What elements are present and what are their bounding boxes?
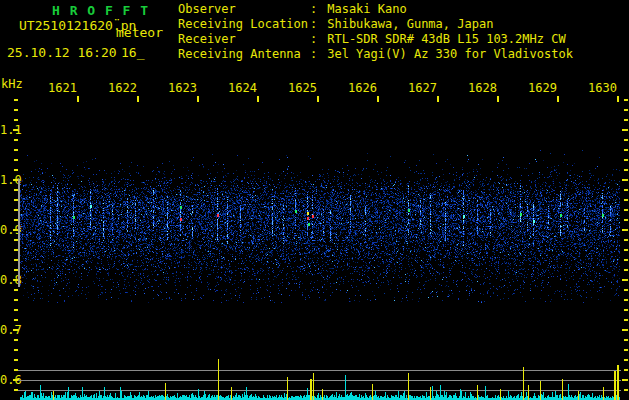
datetime-display: 25.10.12 16:20: [7, 45, 117, 60]
freq-tick-right: [624, 249, 628, 251]
freq-tick-left: [14, 339, 18, 341]
freq-tick-left: [14, 289, 18, 291]
time-label: 1630: [587, 81, 617, 95]
time-label: 1623: [167, 81, 197, 95]
freq-tick-left: [14, 149, 18, 151]
freq-tick-right: [624, 389, 628, 391]
freq-tick-right: [624, 209, 628, 211]
freq-tick-left: [14, 349, 18, 351]
freq-tick-right: [624, 319, 628, 321]
freq-tick-right: [624, 169, 628, 171]
freq-tick-left: [14, 119, 18, 121]
info-row: Receiving Antenna: 3el Yagi(V) Az 330 fo…: [178, 47, 573, 61]
info-value: Shibukawa, Gunma, Japan: [320, 17, 493, 31]
freq-tick-right: [624, 309, 628, 311]
info-label: Receiver: [178, 32, 310, 46]
info-label: Receiving Antenna: [178, 47, 310, 61]
time-label: 1627: [407, 81, 437, 95]
freq-tick-right: [622, 279, 628, 281]
freq-tick-left: [14, 99, 18, 101]
freq-tick-left: [14, 299, 18, 301]
freq-tick-right: [624, 349, 628, 351]
info-label: Receiving Location: [178, 17, 310, 31]
freq-tick-right: [624, 239, 628, 241]
freq-tick-right: [622, 129, 628, 131]
time-label: 1622: [107, 81, 137, 95]
time-label: 1621: [47, 81, 77, 95]
info-value: Masaki Kano: [320, 2, 407, 16]
freq-tick-right: [622, 229, 628, 231]
freq-tick-right: [624, 159, 628, 161]
freq-tick-left: [14, 139, 18, 141]
freq-tick-left: [14, 109, 18, 111]
time-tick: [377, 96, 379, 102]
freq-tick-right: [624, 139, 628, 141]
time-tick: [257, 96, 259, 102]
time-label: 1625: [287, 81, 317, 95]
freq-tick-right: [624, 149, 628, 151]
app-title: H R O F F T: [52, 3, 149, 18]
hrofft-screen: H R O F F T UT2510121620.pn ¨ meteor 25.…: [0, 0, 629, 400]
freq-axis-unit: kHz: [1, 77, 23, 92]
info-colon: :: [310, 32, 320, 46]
freq-tick-right: [624, 99, 628, 101]
freq-tick-left: [13, 129, 19, 131]
freq-label: 1.1: [0, 123, 24, 137]
freq-tick-right: [624, 219, 628, 221]
time-tick: [137, 96, 139, 102]
time-tick: [437, 96, 439, 102]
info-value: 3el Yagi(V) Az 330 for Vladivostok: [320, 47, 573, 61]
freq-tick-left: [14, 359, 18, 361]
info-colon: :: [310, 17, 320, 31]
freq-tick-right: [624, 109, 628, 111]
freq-tick-right: [624, 199, 628, 201]
time-tick: [497, 96, 499, 102]
freq-tick-left: [14, 319, 18, 321]
info-row: Receiver: RTL-SDR SDR# 43dB L15 103.2MHz…: [178, 32, 566, 46]
time-label: 1628: [467, 81, 497, 95]
freq-tick-right: [624, 189, 628, 191]
info-colon: :: [310, 47, 320, 61]
freq-tick-right: [624, 259, 628, 261]
freq-tick-right: [624, 299, 628, 301]
freq-tick-right: [624, 369, 628, 371]
time-tick: [557, 96, 559, 102]
info-label: Observer: [178, 2, 310, 16]
time-tick: [617, 96, 619, 102]
seconds-counter: 16_: [121, 45, 144, 60]
freq-tick-right: [624, 339, 628, 341]
freq-tick-right: [624, 289, 628, 291]
info-value: RTL-SDR SDR# 43dB L15 103.2MHz CW: [320, 32, 566, 46]
time-label: 1624: [227, 81, 257, 95]
freq-tick-left: [14, 159, 18, 161]
info-colon: :: [310, 2, 320, 16]
info-row: Receiving Location: Shibukawa, Gunma, Ja…: [178, 17, 493, 31]
freq-tick-right: [622, 179, 628, 181]
time-tick: [77, 96, 79, 102]
freq-tick-right: [624, 119, 628, 121]
station-name: meteor: [116, 25, 163, 40]
spectrogram-canvas: [20, 138, 620, 400]
info-row: Observer: Masaki Kano: [178, 2, 407, 16]
time-tick: [197, 96, 199, 102]
freq-tick-right: [624, 269, 628, 271]
time-label: 1629: [527, 81, 557, 95]
time-label: 1626: [347, 81, 377, 95]
freq-tick-right: [624, 359, 628, 361]
freq-tick-right: [622, 379, 628, 381]
freq-tick-left: [14, 169, 18, 171]
freq-tick-left: [13, 329, 19, 331]
freq-tick-left: [14, 309, 18, 311]
freq-tick-right: [622, 329, 628, 331]
time-tick: [317, 96, 319, 102]
